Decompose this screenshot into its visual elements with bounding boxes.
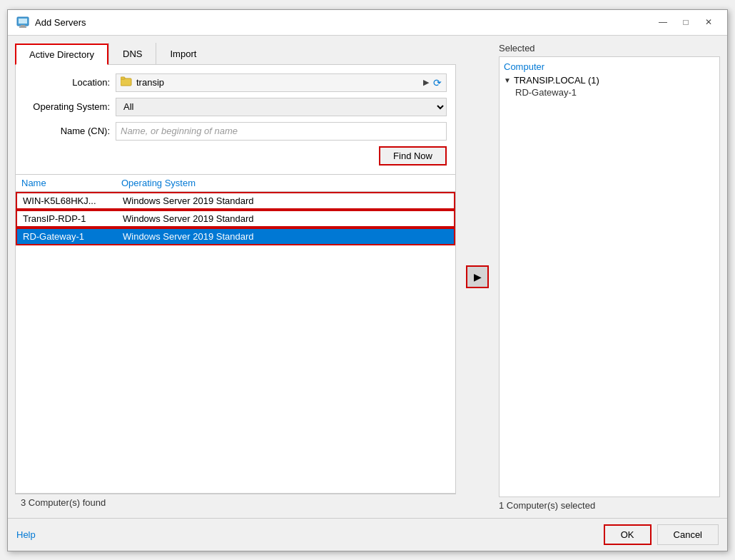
svg-rect-5: [121, 77, 125, 79]
results-list: WIN-K5L68HKJ... Windows Server 2019 Stan…: [15, 191, 456, 494]
results-container: WIN-K5L68HKJ... Windows Server 2019 Stan…: [15, 191, 456, 511]
col-name-header[interactable]: Name: [21, 178, 121, 188]
results-footer: 3 Computer(s) found: [15, 494, 456, 511]
location-value: transip: [136, 77, 419, 88]
tab-dns[interactable]: DNS: [109, 44, 156, 65]
location-refresh-icon[interactable]: ⟳: [433, 77, 442, 88]
window-title: Add Servers: [35, 17, 653, 28]
tab-active-directory[interactable]: Active Directory: [15, 44, 108, 65]
bottom-bar: Help OK Cancel: [8, 518, 727, 551]
search-panel: Location: transip ▶ ⟳ Op: [15, 65, 456, 175]
close-button[interactable]: ✕: [699, 14, 719, 30]
result-os-2: Windows Server 2019 Standard: [123, 231, 448, 242]
result-os-0: Windows Server 2019 Standard: [123, 195, 448, 206]
results-header: Name Operating System: [15, 175, 456, 191]
selected-group-label: TRANSIP.LOCAL (1): [514, 75, 599, 86]
result-row-1[interactable]: TransIP-RDP-1 Windows Server 2019 Standa…: [16, 210, 455, 228]
right-panel: Selected Computer ▼ TRANSIP.LOCAL (1) RD…: [499, 43, 720, 511]
result-os-1: Windows Server 2019 Standard: [123, 213, 448, 224]
location-folder-icon: [121, 76, 132, 88]
ok-button[interactable]: OK: [604, 524, 652, 545]
window-icon: [16, 16, 29, 29]
os-label: Operating System:: [24, 101, 110, 112]
result-name-0: WIN-K5L68HKJ...: [23, 195, 123, 206]
tabs: Active Directory DNS Import: [15, 43, 456, 65]
selected-group[interactable]: ▼ TRANSIP.LOCAL (1): [504, 75, 715, 86]
svg-rect-2: [19, 26, 26, 28]
result-name-2: RD-Gateway-1: [23, 231, 123, 242]
middle-panel: ▶: [463, 43, 492, 511]
collapse-icon: ▼: [504, 76, 511, 84]
help-link[interactable]: Help: [16, 529, 36, 540]
location-forward-icon: ▶: [423, 78, 429, 87]
add-servers-window: Add Servers — □ ✕ Active Directory DNS I…: [7, 9, 728, 551]
content-area: Active Directory DNS Import Location:: [8, 36, 727, 518]
result-row-0[interactable]: WIN-K5L68HKJ... Windows Server 2019 Stan…: [16, 192, 455, 210]
add-to-selected-button[interactable]: ▶: [466, 265, 489, 288]
location-box[interactable]: transip ▶ ⟳: [116, 73, 447, 92]
location-row: Location: transip ▶ ⟳: [24, 73, 447, 92]
title-bar: Add Servers — □ ✕: [8, 10, 727, 36]
window-controls: — □ ✕: [653, 14, 719, 30]
svg-rect-1: [19, 19, 27, 24]
selected-item-0: RD-Gateway-1: [504, 87, 715, 98]
selected-footer: 1 Computer(s) selected: [499, 500, 720, 511]
selected-label: Selected: [499, 43, 720, 54]
find-now-button[interactable]: Find Now: [379, 146, 447, 166]
result-name-1: TransIP-RDP-1: [23, 213, 123, 224]
bottom-buttons: OK Cancel: [604, 524, 719, 545]
minimize-button[interactable]: —: [653, 14, 673, 30]
tab-import[interactable]: Import: [156, 44, 210, 65]
col-os-header[interactable]: Operating System: [121, 178, 450, 188]
selected-box: Computer ▼ TRANSIP.LOCAL (1) RD-Gateway-…: [499, 56, 720, 497]
name-row: Name (CN):: [24, 122, 447, 141]
cancel-button[interactable]: Cancel: [657, 524, 719, 545]
result-row-2[interactable]: RD-Gateway-1 Windows Server 2019 Standar…: [16, 228, 455, 245]
selected-col-computer: Computer: [504, 61, 715, 72]
svg-rect-3: [21, 25, 25, 26]
name-label: Name (CN):: [24, 126, 110, 136]
os-select[interactable]: All: [116, 98, 447, 116]
name-input[interactable]: [116, 122, 447, 141]
os-row: Operating System: All: [24, 98, 447, 116]
location-label: Location:: [24, 77, 110, 88]
left-panel: Active Directory DNS Import Location:: [15, 43, 456, 511]
maximize-button[interactable]: □: [676, 14, 696, 30]
find-row: Find Now: [24, 146, 447, 166]
